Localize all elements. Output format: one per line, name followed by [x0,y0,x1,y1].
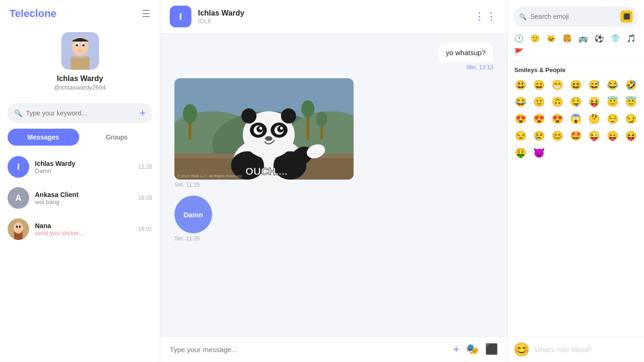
attach-button[interactable]: + [453,343,459,355]
emoji-cell[interactable]: 😌 [604,111,621,126]
sidebar: Teleclone ☰ Ichlas Wardy @ichlaswardy269… [0,0,160,362]
messages-area: yo whatsup? Min. 13:13 [160,33,507,336]
emoji-cell[interactable]: 😂 [512,94,529,109]
chat-status: IDLE [198,17,468,25]
emoji-cell[interactable]: 😂 [604,77,621,92]
contact-preview-ichlas: Damn [35,167,132,174]
emoji-cell[interactable]: 😛 [604,128,621,143]
menu-icon[interactable]: ☰ [142,8,150,19]
svg-point-9 [16,226,18,228]
svg-point-35 [265,136,272,141]
contacts-list: I Ichlas Wardy Damn 11:26 A Ankasa Clien… [0,151,160,362]
emoji-cell[interactable]: 😁 [549,77,566,92]
emoji-cell[interactable]: 😝 [623,128,639,143]
emoji-cell[interactable]: 😍 [531,111,547,126]
emoji-cell[interactable]: 😏 [623,111,639,126]
emoji-cell[interactable]: 🙂 [531,94,547,109]
contact-item-ichlas[interactable]: I Ichlas Wardy Damn 11:26 [0,151,160,182]
add-contact-button[interactable]: + [140,107,146,119]
emoji-cell[interactable]: 😍 [549,111,566,126]
search-icon: 🔍 [14,109,22,117]
contact-preview-nana: send you sticker... [35,230,132,237]
emoji-cat-activities[interactable]: ⚽ [592,32,607,45]
app-title: Teleclone [9,8,57,20]
emoji-cell[interactable]: 😇 [604,94,621,109]
tab-messages[interactable]: Messages [8,129,79,146]
message-sent-1: yo whatsup? Min. 13:13 [438,43,493,71]
emoji-cat-travel[interactable]: 🚌 [576,32,591,45]
emoji-cell[interactable]: 😆 [568,77,584,92]
profile-section: Ichlas Wardy @ichlaswardy2694 [0,27,160,99]
emoji-cell[interactable]: 🙃 [549,94,566,109]
emoji-categories: 🕐 🙂 🐱 🍔 🚌 ⚽ 👕 🎵 🚩 [508,30,644,63]
emoji-cell[interactable]: 🤤 [568,94,584,109]
tab-groups[interactable]: Groups [81,129,153,146]
emoji-cell[interactable]: 🤔 [586,111,603,126]
contact-avatar-ichlas: I [8,156,29,178]
emoji-cell[interactable]: 😃 [512,77,529,92]
emoji-cell[interactable]: 😢 [531,128,547,143]
contact-avatar-nana [8,218,29,240]
contact-item-nana[interactable]: Nana send you sticker... 16:01 [0,214,160,245]
svg-point-10 [19,226,21,228]
emoji-cat-recent[interactable]: 🕐 [512,32,527,45]
svg-point-34 [280,127,283,130]
chat-username: Ichlas Wardy [198,9,468,17]
mood-text: What's Your Mood? [535,346,592,354]
emoji-cell[interactable]: 😄 [531,77,547,92]
profile-name: Ichlas Wardy [57,74,103,83]
message-received-3: Damn Sel. 11:26 [174,196,212,242]
chat-more-button[interactable]: ⋮⋮ [474,10,498,23]
emoji-cat-food[interactable]: 🍔 [560,32,575,45]
svg-point-20 [316,112,327,127]
message-received-2: OUCH.... © 2015 DWA LLC. All Rights Rese… [174,78,354,188]
emoji-cat-animals[interactable]: 🐱 [544,32,559,45]
emoji-panel: 🔍 ⬛ 🕐 🙂 🐱 🍔 🚌 ⚽ 👕 🎵 🚩 Smileys & People 😃… [507,0,644,362]
emoji-cat-smileys[interactable]: 🙂 [528,32,543,45]
svg-rect-6 [71,57,90,70]
emoji-cell[interactable]: 😍 [512,111,529,126]
message-bubble-sent-1: yo whatsup? [438,43,493,62]
contact-time-ankasa: 16:05 [138,195,152,201]
emoji-cell[interactable]: 🤩 [568,128,584,143]
message-time-received-2: Sel. 11:25 [174,181,354,188]
mood-section: 😊 What's Your Mood? [508,337,644,362]
send-button[interactable]: ⬛ [485,343,498,355]
profile-avatar [61,32,99,70]
emoji-cat-flags[interactable]: 🚩 [512,46,527,58]
chat-header: I Ichlas Wardy IDLE ⋮⋮ [160,0,507,33]
emoji-cell[interactable]: 😈 [531,145,547,160]
message-bubble-damn-3: Damn [174,196,212,233]
emoji-button[interactable]: 🎭 [466,343,479,355]
svg-point-16 [183,104,197,123]
svg-point-36 [241,108,256,123]
profile-handle: @ichlaswardy2694 [54,84,106,91]
chat-avatar: I [170,6,191,27]
svg-point-18 [301,100,314,117]
chat-area: I Ichlas Wardy IDLE ⋮⋮ yo whatsup? Min. … [160,0,507,362]
contact-item-ankasa[interactable]: A Ankasa Client woi bang 16:05 [0,182,160,214]
message-time-sent-1: Min. 13:13 [438,64,493,71]
emoji-cell[interactable]: 🤑 [512,145,529,160]
input-bar: + 🎭 ⬛ [160,336,507,362]
emoji-search-input[interactable] [530,13,617,20]
emoji-grid: 😃 😄 😁 😆 😅 😂 🤣 😂 🙂 🙃 🤤 😝 😇 😇 😍 😍 😍 😱 🤔 😌 … [512,77,639,160]
search-input[interactable] [26,109,136,117]
emoji-cat-symbols[interactable]: 🎵 [624,32,639,45]
emoji-cell[interactable]: 😱 [568,111,584,126]
emoji-search-icon: 🔍 [519,13,527,20]
contact-preview-ankasa: woi bang [35,198,132,206]
emoji-search-button[interactable]: ⬛ [620,10,633,23]
emoji-cell[interactable]: 😊 [549,128,566,143]
emoji-cell[interactable]: 😜 [586,128,603,143]
emoji-search-bar: 🔍 ⬛ [513,7,638,26]
emoji-cell[interactable]: 😇 [623,94,639,109]
emoji-cell[interactable]: 😒 [512,128,529,143]
emoji-cell[interactable]: 😅 [586,77,603,92]
svg-text:OUCH....: OUCH.... [245,165,287,177]
message-input[interactable] [170,346,446,354]
emoji-cat-objects[interactable]: 👕 [608,32,623,45]
contact-info-ankasa: Ankasa Client woi bang [35,191,132,206]
emoji-cell[interactable]: 🤣 [623,77,639,92]
emoji-cell[interactable]: 😝 [586,94,603,109]
